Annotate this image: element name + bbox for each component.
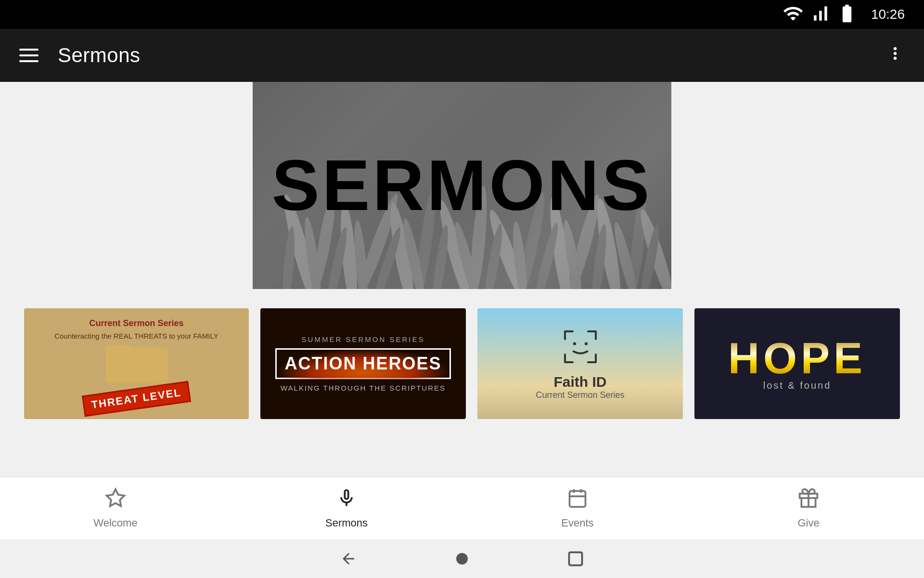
status-time: 10:26 — [871, 7, 905, 22]
svg-marker-33 — [107, 489, 125, 506]
sermon-card-threat-level[interactable]: Current Sermon Series Counteracting the … — [24, 308, 249, 419]
nav-item-sermons[interactable]: Sermons — [318, 487, 375, 529]
sermon-grid: Current Sermon Series Counteracting the … — [0, 289, 924, 429]
star-icon — [105, 487, 126, 513]
svg-rect-34 — [570, 491, 586, 507]
hero-title: SERMONS — [272, 145, 652, 225]
svg-point-40 — [456, 553, 468, 565]
card4-title: HOPE — [728, 337, 866, 380]
battery-icon — [836, 3, 858, 26]
card1-description: Counteracting the REAL THREATS to your F… — [34, 331, 239, 341]
hero-inner: SERMONS — [253, 82, 671, 289]
nav-item-welcome[interactable]: Welcome — [87, 487, 144, 529]
calendar-icon — [567, 487, 588, 513]
svg-rect-41 — [569, 552, 582, 565]
back-button[interactable] — [340, 550, 357, 567]
card1-stamp: THREAT LEVEL — [82, 381, 191, 417]
home-button[interactable] — [453, 550, 471, 567]
card3-title: Faith ID — [536, 374, 624, 390]
card2-series-label: SUMMER SERMON SERIES — [275, 335, 450, 343]
nav-item-events[interactable]: Events — [549, 487, 606, 529]
status-bar: 10:26 — [0, 0, 924, 29]
hero-banner: SERMONS — [0, 82, 924, 289]
mic-icon — [336, 487, 357, 513]
nav-welcome-label: Welcome — [93, 517, 137, 529]
gift-icon — [798, 487, 819, 513]
android-nav — [0, 539, 924, 578]
nav-item-give[interactable]: Give — [780, 487, 837, 529]
nav-sermons-label: Sermons — [325, 517, 368, 529]
face-id-icon — [561, 328, 600, 366]
nav-events-label: Events — [561, 517, 593, 529]
sermon-card-hope[interactable]: HOPE lost & found — [694, 308, 900, 419]
card2-subtitle: WALKING THROUGH THE SCRIPTURES — [275, 384, 450, 392]
svg-point-31 — [573, 342, 576, 345]
recent-apps-button[interactable] — [567, 550, 584, 567]
more-options-button[interactable] — [886, 44, 905, 67]
sermon-card-action-heroes[interactable]: SUMMER SERMON SERIES ACTION HEROES WALKI… — [260, 308, 466, 419]
svg-point-32 — [584, 342, 587, 345]
card1-top-label: Current Sermon Series — [34, 318, 239, 329]
signal-icon — [809, 3, 831, 26]
bottom-nav: Welcome Sermons Events — [0, 477, 924, 539]
card3-subtitle: Current Sermon Series — [536, 390, 624, 400]
wifi-icon — [783, 3, 804, 26]
app-title: Sermons — [58, 44, 141, 67]
nav-give-label: Give — [797, 517, 819, 529]
card2-title: ACTION HEROES — [284, 354, 441, 373]
app-bar: Sermons — [0, 29, 924, 82]
sermon-card-faith-id[interactable]: Faith ID Current Sermon Series — [477, 308, 683, 419]
menu-button[interactable] — [19, 49, 38, 62]
